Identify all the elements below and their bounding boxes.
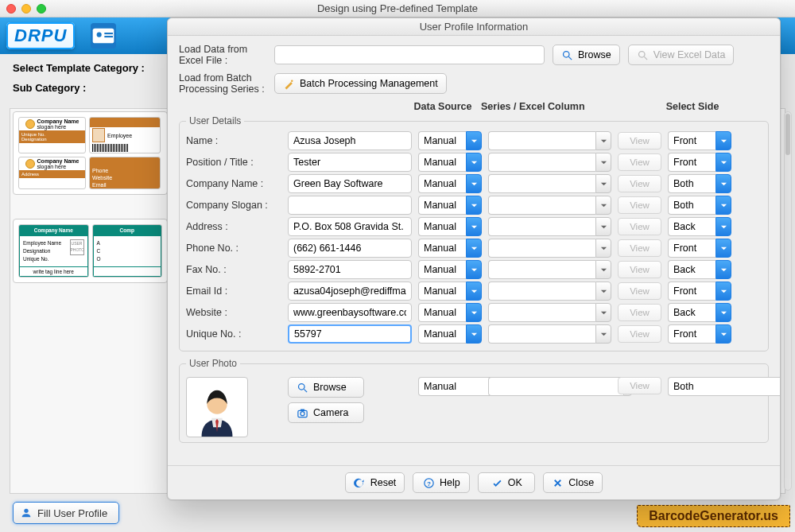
data-source-select[interactable] bbox=[418, 324, 482, 344]
field-value-input[interactable] bbox=[288, 260, 412, 279]
photo-series-select[interactable] bbox=[488, 377, 611, 396]
series-column-select[interactable] bbox=[488, 324, 611, 344]
field-value-input[interactable] bbox=[288, 303, 412, 322]
photo-side-select[interactable] bbox=[668, 377, 731, 396]
chevron-down-icon[interactable] bbox=[466, 282, 482, 301]
photo-view-button[interactable]: View bbox=[618, 377, 661, 394]
photo-data-source-select[interactable] bbox=[418, 377, 482, 396]
field-value-input[interactable] bbox=[288, 282, 412, 301]
field-value-input[interactable] bbox=[288, 324, 412, 344]
series-column-select[interactable] bbox=[488, 174, 611, 193]
select-side-select[interactable] bbox=[668, 174, 731, 193]
data-source-select[interactable] bbox=[418, 174, 482, 193]
data-source-select[interactable] bbox=[418, 196, 482, 215]
field-value-input[interactable] bbox=[288, 131, 412, 150]
excel-path-input[interactable] bbox=[274, 45, 545, 64]
user-photo-thumbnail[interactable] bbox=[186, 377, 248, 437]
scrollbar[interactable] bbox=[784, 111, 792, 491]
template-preview-2[interactable]: Company Name USER PHOTO Employee Name De… bbox=[13, 219, 168, 283]
fill-user-profile-button[interactable]: Fill User Profile bbox=[13, 502, 119, 524]
series-column-select[interactable] bbox=[488, 260, 611, 279]
browse-excel-button[interactable]: Browse bbox=[553, 45, 620, 65]
select-side-select[interactable] bbox=[668, 260, 731, 279]
data-source-select[interactable] bbox=[418, 260, 482, 279]
select-side-select[interactable] bbox=[668, 324, 731, 344]
data-source-select[interactable] bbox=[418, 282, 482, 301]
view-button[interactable]: View bbox=[618, 218, 661, 235]
chevron-down-icon[interactable] bbox=[466, 260, 482, 279]
select-side-select[interactable] bbox=[668, 303, 731, 322]
chevron-down-icon[interactable] bbox=[595, 324, 611, 344]
data-source-select[interactable] bbox=[418, 217, 482, 236]
series-column-select[interactable] bbox=[488, 282, 611, 301]
help-button[interactable]: ? Help bbox=[413, 472, 470, 493]
chevron-down-icon[interactable] bbox=[716, 260, 731, 279]
series-column-select[interactable] bbox=[488, 217, 611, 236]
chevron-down-icon[interactable] bbox=[466, 217, 482, 236]
series-column-select[interactable] bbox=[488, 153, 611, 172]
data-source-select[interactable] bbox=[418, 153, 482, 172]
chevron-down-icon[interactable] bbox=[466, 131, 482, 150]
chevron-down-icon[interactable] bbox=[716, 196, 731, 215]
chevron-down-icon[interactable] bbox=[716, 131, 731, 150]
view-button[interactable]: View bbox=[618, 325, 661, 343]
chevron-down-icon[interactable] bbox=[595, 282, 611, 301]
chevron-down-icon[interactable] bbox=[716, 153, 731, 172]
chevron-down-icon[interactable] bbox=[466, 303, 482, 322]
chevron-down-icon[interactable] bbox=[466, 196, 482, 215]
select-side-select[interactable] bbox=[668, 153, 731, 172]
field-value-input[interactable] bbox=[288, 153, 412, 172]
photo-camera-button[interactable]: Camera bbox=[288, 402, 364, 423]
chevron-down-icon[interactable] bbox=[716, 217, 731, 236]
data-source-select[interactable] bbox=[418, 303, 482, 322]
close-window-icon[interactable] bbox=[6, 4, 16, 14]
view-excel-data-button[interactable]: View Excel Data bbox=[628, 45, 735, 65]
chevron-down-icon[interactable] bbox=[595, 303, 611, 322]
chevron-down-icon[interactable] bbox=[466, 153, 482, 172]
chevron-down-icon[interactable] bbox=[595, 174, 611, 193]
view-button[interactable]: View bbox=[618, 239, 661, 257]
minimize-window-icon[interactable] bbox=[21, 4, 31, 14]
chevron-down-icon[interactable] bbox=[595, 131, 611, 150]
data-source-select[interactable] bbox=[418, 239, 482, 258]
close-button[interactable]: Close bbox=[543, 472, 603, 493]
field-value-input[interactable] bbox=[288, 217, 412, 236]
scrollbar-thumb[interactable] bbox=[785, 114, 790, 155]
view-button[interactable]: View bbox=[618, 132, 661, 150]
select-side-select[interactable] bbox=[668, 282, 731, 301]
view-button[interactable]: View bbox=[618, 175, 661, 192]
series-column-select[interactable] bbox=[488, 239, 611, 258]
select-side-select[interactable] bbox=[668, 131, 731, 150]
chevron-down-icon[interactable] bbox=[716, 303, 731, 322]
ok-button[interactable]: OK bbox=[478, 472, 535, 493]
view-button[interactable]: View bbox=[618, 153, 661, 171]
select-side-select[interactable] bbox=[668, 196, 731, 215]
data-source-select[interactable] bbox=[418, 131, 482, 150]
chevron-down-icon[interactable] bbox=[466, 324, 482, 344]
view-button[interactable]: View bbox=[618, 261, 661, 278]
reset-button[interactable]: Reset bbox=[345, 472, 405, 493]
chevron-down-icon[interactable] bbox=[716, 324, 731, 344]
template-preview-1[interactable]: Company Nameslogan here Unique No.Design… bbox=[13, 111, 168, 195]
series-column-select[interactable] bbox=[488, 303, 611, 322]
chevron-down-icon[interactable] bbox=[466, 239, 482, 258]
chevron-down-icon[interactable] bbox=[716, 174, 731, 193]
series-column-select[interactable] bbox=[488, 131, 611, 150]
view-button[interactable]: View bbox=[618, 196, 661, 214]
chevron-down-icon[interactable] bbox=[595, 196, 611, 215]
view-button[interactable]: View bbox=[618, 304, 661, 321]
field-value-input[interactable] bbox=[288, 239, 412, 258]
chevron-down-icon[interactable] bbox=[595, 260, 611, 279]
chevron-down-icon[interactable] bbox=[466, 174, 482, 193]
field-value-input[interactable] bbox=[288, 174, 412, 193]
maximize-window-icon[interactable] bbox=[37, 4, 46, 14]
select-side-select[interactable] bbox=[668, 217, 731, 236]
batch-processing-button[interactable]: Batch Processing Management bbox=[274, 73, 447, 94]
chevron-down-icon[interactable] bbox=[595, 153, 611, 172]
chevron-down-icon[interactable] bbox=[595, 239, 611, 258]
chevron-down-icon[interactable] bbox=[716, 239, 731, 258]
series-column-select[interactable] bbox=[488, 196, 611, 215]
field-value-input[interactable] bbox=[288, 196, 412, 215]
chevron-down-icon[interactable] bbox=[595, 217, 611, 236]
chevron-down-icon[interactable] bbox=[716, 282, 731, 301]
